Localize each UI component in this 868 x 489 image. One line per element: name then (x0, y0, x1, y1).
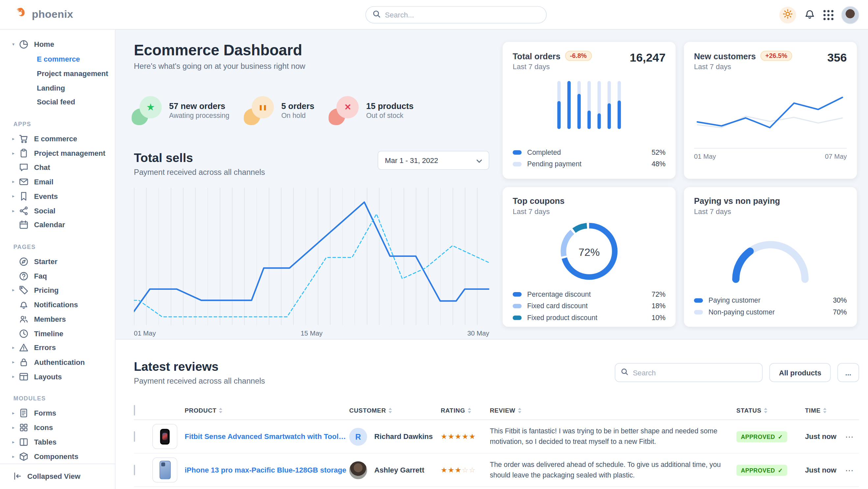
sidebar-item-chat[interactable]: Chat (0, 161, 115, 175)
column-label: RATING (441, 407, 465, 413)
legend-label: Completed (527, 148, 561, 156)
customer-avatar[interactable]: R (349, 427, 367, 445)
all-products-button[interactable]: All products (769, 363, 831, 382)
gauge-fill-paying (736, 251, 750, 279)
sidebar-item-notifications[interactable]: Notifications (0, 298, 115, 312)
order-bar (587, 81, 591, 129)
sidebar-item-tables[interactable]: ▸Tables (0, 435, 115, 449)
sidebar-item-label: Pricing (34, 286, 59, 294)
sidebar-item-icons[interactable]: ▸Icons (0, 421, 115, 435)
user-avatar[interactable] (841, 6, 859, 24)
sidebar-item-label: Members (34, 315, 66, 323)
sidebar-item-project-management[interactable]: ▸Project management (0, 146, 115, 161)
sidebar-item-project-management[interactable]: Project management (0, 66, 115, 81)
row-checkbox[interactable] (134, 431, 135, 441)
sidebar-item-members[interactable]: Members (0, 312, 115, 326)
notifications-bell-icon[interactable] (804, 8, 816, 22)
column-header-product[interactable]: PRODUCT (152, 407, 349, 413)
stat-caption: On hold (281, 111, 314, 119)
sidebar-item-pricing[interactable]: ▸Pricing (0, 283, 115, 298)
sort-icon[interactable] (467, 407, 471, 413)
column-header-status[interactable]: STATUS (737, 407, 805, 413)
review-text: The order was delivered ahead of schedul… (490, 460, 721, 480)
x-tick-label: 01 May (694, 152, 716, 161)
sidebar-item-forms[interactable]: ▸Forms (0, 406, 115, 421)
sort-icon[interactable] (388, 407, 392, 413)
status-cell: APPROVED ✓ (737, 464, 805, 476)
reviews-search[interactable] (615, 363, 763, 382)
legend-value: 30% (833, 296, 847, 304)
search-input[interactable] (385, 10, 539, 19)
column-header-review[interactable]: REVIEW (490, 407, 737, 413)
column-header-rating[interactable]: RATING (441, 407, 490, 413)
legend-value: 72% (652, 290, 665, 298)
order-bar-fill (577, 94, 581, 129)
sidebar-item-calendar[interactable]: Calendar (0, 218, 115, 232)
sidebar-item-e-commerce[interactable]: E commerce (0, 52, 115, 66)
legend-item-non-paying-customer: Non-paying customer70% (694, 306, 847, 318)
brand-logo[interactable]: phoenix (0, 7, 73, 22)
sidebar-item-social[interactable]: ▸Social (0, 203, 115, 218)
sort-icon[interactable] (518, 407, 522, 413)
stat-on-hold: ❚❚5 ordersOn hold (246, 96, 314, 124)
caret-right-icon: ▸ (12, 374, 19, 379)
sidebar-item-errors[interactable]: ▸Errors (0, 341, 115, 355)
stat-value: 15 products (366, 101, 413, 110)
theme-toggle-button[interactable] (779, 7, 796, 23)
collapsed-view-toggle[interactable]: Collapsed View (0, 464, 115, 489)
date-range-select[interactable]: Mar 1 - 31, 2022 (378, 151, 489, 170)
column-header-customer[interactable]: CUSTOMER (349, 407, 441, 413)
sidebar-item-authentication[interactable]: ▸Authentication (0, 355, 115, 370)
caret-right-icon: ▸ (12, 208, 19, 213)
order-bar-fill (567, 81, 571, 129)
row-menu-button[interactable]: ⋯ (840, 465, 859, 475)
legend-item-pending-payment: Pending payment48% (513, 158, 666, 170)
sidebar-item-layouts[interactable]: ▸Layouts (0, 370, 115, 384)
sidebar-item-timeline[interactable]: Timeline (0, 326, 115, 341)
product-link[interactable]: Fitbit Sense Advanced Smartwatch with To… (185, 432, 349, 440)
sidebar-item-email[interactable]: ▸Email (0, 175, 115, 189)
warning-icon (19, 343, 29, 353)
sidebar-section-pages: PAGES (0, 232, 115, 255)
sidebar-item-home[interactable]: ▾Home (0, 37, 115, 52)
sidebar-item-social-feed[interactable]: Social feed (0, 95, 115, 109)
legend-swatch (694, 310, 703, 314)
sidebar-item-e-commerce[interactable]: ▸E commerce (0, 132, 115, 146)
reviews-search-input[interactable] (633, 369, 757, 377)
bookmark-icon (19, 191, 29, 201)
global-search[interactable] (365, 6, 547, 24)
brand-name: phoenix (32, 8, 73, 21)
more-options-button[interactable]: ... (837, 363, 859, 382)
row-menu-button[interactable]: ⋯ (840, 431, 859, 441)
card-period: Last 7 days (513, 63, 592, 71)
order-bar-fill (608, 104, 611, 129)
time-cell: Just now (805, 466, 839, 474)
select-all-checkbox[interactable] (134, 405, 135, 415)
customer-avatar[interactable] (349, 461, 367, 479)
customer-cell: RRichard Dawkins (349, 427, 441, 445)
total-orders-card: Total orders -6.8% Last 7 days 16,247 Co… (503, 42, 676, 179)
product-link[interactable]: iPhone 13 pro max-Pacific Blue-128GB sto… (185, 466, 346, 474)
total-sells-subtitle: Payment received across all channels (134, 168, 265, 176)
sort-icon[interactable] (219, 407, 223, 413)
sidebar-item-faq[interactable]: Faq (0, 269, 115, 283)
column-header-time[interactable]: TIME (805, 407, 839, 413)
legend-value: 48% (652, 160, 665, 168)
search-icon (373, 10, 380, 20)
sort-icon[interactable] (764, 407, 768, 413)
sort-icon[interactable] (823, 407, 827, 413)
legend-swatch (513, 292, 522, 296)
apps-grid-icon[interactable] (823, 10, 834, 20)
compass-icon (19, 257, 29, 266)
new-customers-value: 356 (827, 51, 847, 64)
sidebar-item-starter[interactable]: Starter (0, 255, 115, 269)
sidebar-item-landing[interactable]: Landing (0, 81, 115, 95)
customer-name: Richard Dawkins (374, 432, 433, 440)
order-bar (598, 81, 601, 129)
legend-value: 18% (652, 302, 665, 310)
row-checkbox[interactable] (134, 464, 135, 475)
grid-icon (19, 423, 29, 432)
sidebar-item-components[interactable]: ▸Components (0, 449, 115, 464)
reviews-title: Latest reviews (134, 359, 265, 374)
sidebar-item-events[interactable]: ▸Events (0, 189, 115, 203)
